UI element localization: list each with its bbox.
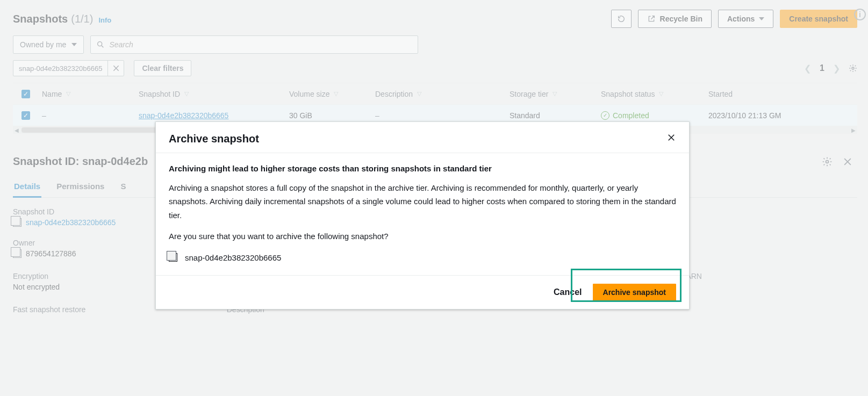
copy-icon[interactable] [169, 253, 177, 262]
modal-title: Archive snapshot [169, 133, 259, 145]
archive-confirm-button[interactable]: Archive snapshot [593, 284, 676, 301]
close-icon [666, 133, 676, 142]
modal-snapshot-line: snap-0d4e2b382320b6665 [169, 251, 676, 265]
modal-snapshot-id: snap-0d4e2b382320b6665 [185, 251, 281, 265]
modal-body-text: Archiving a snapshot stores a full copy … [169, 181, 676, 222]
archive-modal: Archive snapshot Archiving might lead to… [155, 121, 690, 309]
cancel-button[interactable]: Cancel [550, 283, 585, 301]
modal-close-button[interactable] [666, 133, 676, 145]
modal-confirm-text: Are you sure that you want to archive th… [169, 229, 676, 243]
modal-warning: Archiving might lead to higher storage c… [169, 162, 676, 176]
